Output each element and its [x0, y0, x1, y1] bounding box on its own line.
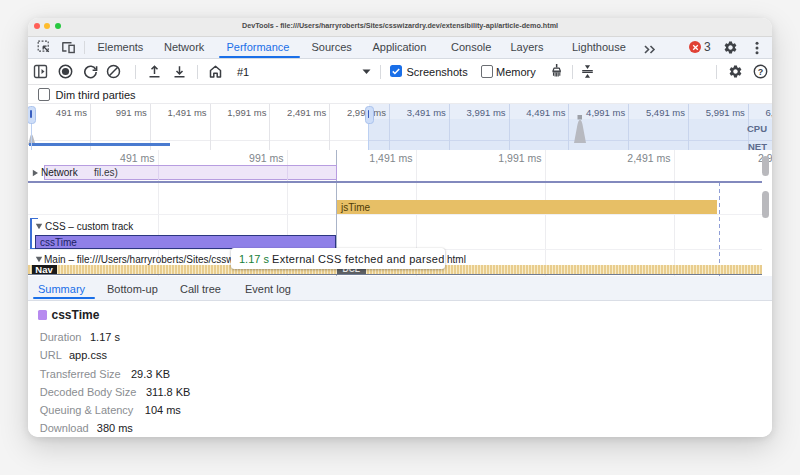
svg-text:?: ?	[757, 66, 763, 76]
